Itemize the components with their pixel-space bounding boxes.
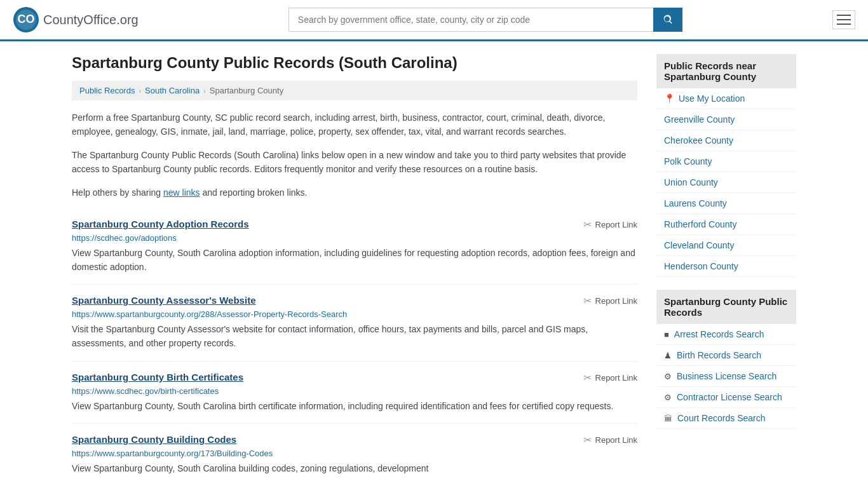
sidebar-business-license[interactable]: ⚙ Business License Search: [656, 366, 796, 387]
record-item-birth: Spartanburg County Birth Certificates ✂ …: [72, 362, 637, 424]
sidebar: Public Records near Spartanburg County 📍…: [656, 54, 796, 486]
sidebar-item-greenville[interactable]: Greenville County: [656, 109, 796, 130]
new-links-link[interactable]: new links: [163, 187, 200, 198]
breadcrumb: Public Records › South Carolina › Sparta…: [72, 81, 637, 100]
record-desc-birth: View Spartanburg County, South Carolina …: [72, 400, 637, 414]
sidebar-item-henderson[interactable]: Henderson County: [656, 256, 796, 277]
sidebar-item-union[interactable]: Union County: [656, 172, 796, 193]
record-url-birth[interactable]: https://www.scdhec.gov/birth-certificate…: [72, 386, 637, 396]
page-title: Spartanburg County Public Records (South…: [72, 54, 637, 72]
search-input[interactable]: [288, 8, 653, 32]
sidebar-birth-records[interactable]: ♟ Birth Records Search: [656, 345, 796, 366]
record-item-building: Spartanburg County Building Codes ✂ Repo…: [72, 424, 637, 486]
location-icon: 📍: [664, 93, 675, 104]
record-url-adoption[interactable]: https://scdhec.gov/adoptions: [72, 233, 637, 243]
arrest-icon: ■: [664, 330, 669, 339]
logo[interactable]: CO CountyOffice.org: [13, 6, 139, 33]
records-list: Spartanburg County Adoption Records ✂ Re…: [72, 208, 637, 486]
record-item-assessor: Spartanburg County Assessor's Website ✂ …: [72, 285, 637, 361]
report-link-adoption[interactable]: ✂ Report Link: [583, 219, 637, 231]
scissors-icon-assessor: ✂: [583, 295, 592, 307]
search-icon: [662, 14, 674, 25]
sidebar-item-cherokee[interactable]: Cherokee County: [656, 130, 796, 151]
search-button[interactable]: [653, 8, 682, 32]
hamburger-line2: [837, 19, 851, 20]
breadcrumb-spartanburg: Spartanburg County: [210, 86, 283, 95]
scissors-icon-adoption: ✂: [583, 219, 592, 231]
site-header: CO CountyOffice.org: [0, 0, 868, 41]
record-item-adoption: Spartanburg County Adoption Records ✂ Re…: [72, 208, 637, 285]
description-2: The Spartanburg County Public Records (S…: [72, 148, 637, 177]
hamburger-line1: [837, 15, 851, 16]
scissors-icon-building: ✂: [583, 434, 592, 446]
content-area: Spartanburg County Public Records (South…: [72, 54, 637, 486]
sidebar-item-polk[interactable]: Polk County: [656, 151, 796, 172]
logo-text: CountyOffice.org: [43, 13, 139, 27]
breadcrumb-public-records[interactable]: Public Records: [79, 86, 135, 95]
business-icon: ⚙: [664, 372, 672, 381]
record-url-assessor[interactable]: https://www.spartanburgcounty.org/288/As…: [72, 309, 637, 319]
svg-text:CO: CO: [18, 13, 35, 25]
sidebar-item-cleveland[interactable]: Cleveland County: [656, 235, 796, 256]
birth-icon: ♟: [664, 351, 672, 360]
menu-button[interactable]: [832, 10, 855, 29]
record-title-birth[interactable]: Spartanburg County Birth Certificates: [72, 372, 243, 383]
nearby-section-title: Public Records near Spartanburg County: [656, 54, 796, 88]
report-link-birth[interactable]: ✂ Report Link: [583, 372, 637, 384]
record-desc-building: View Spartanburg County, South Carolina …: [72, 462, 637, 476]
sidebar-court-records[interactable]: 🏛 Court Records Search: [656, 408, 796, 429]
record-url-building[interactable]: https://www.spartanburgcounty.org/173/Bu…: [72, 449, 637, 458]
main-container: Spartanburg County Public Records (South…: [59, 41, 809, 488]
description-1: Perform a free Spartanburg County, SC pu…: [72, 111, 637, 139]
report-link-building[interactable]: ✂ Report Link: [583, 434, 637, 446]
breadcrumb-south-carolina[interactable]: South Carolina: [145, 86, 200, 95]
sidebar-item-rutherford[interactable]: Rutherford County: [656, 214, 796, 235]
nearby-links: 📍 Use My Location Greenville County Cher…: [656, 88, 796, 277]
record-title-assessor[interactable]: Spartanburg County Assessor's Website: [72, 295, 255, 306]
scissors-icon-birth: ✂: [583, 372, 592, 384]
search-bar: [288, 8, 682, 32]
use-my-location-link[interactable]: 📍 Use My Location: [656, 88, 796, 109]
records-section-title: Spartanburg County Public Records: [656, 290, 796, 324]
report-link-assessor[interactable]: ✂ Report Link: [583, 295, 637, 307]
record-title-building[interactable]: Spartanburg County Building Codes: [72, 434, 236, 445]
logo-icon: CO: [13, 6, 39, 33]
description-3: Help others by sharing new links and rep…: [72, 186, 637, 200]
record-title-adoption[interactable]: Spartanburg County Adoption Records: [72, 219, 249, 229]
record-desc-adoption: View Spartanburg County, South Carolina …: [72, 247, 637, 274]
sidebar-item-laurens[interactable]: Laurens County: [656, 193, 796, 214]
hamburger-line3: [837, 24, 851, 25]
contractor-icon: ⚙: [664, 393, 672, 402]
sidebar-contractor-license[interactable]: ⚙ Contractor License Search: [656, 387, 796, 408]
sidebar-arrest-records[interactable]: ■ Arrest Records Search: [656, 324, 796, 345]
sidebar-record-links: ■ Arrest Records Search ♟ Birth Records …: [656, 324, 796, 429]
court-icon: 🏛: [664, 414, 672, 423]
record-desc-assessor: Visit the Spartanburg County Assessor's …: [72, 323, 637, 350]
